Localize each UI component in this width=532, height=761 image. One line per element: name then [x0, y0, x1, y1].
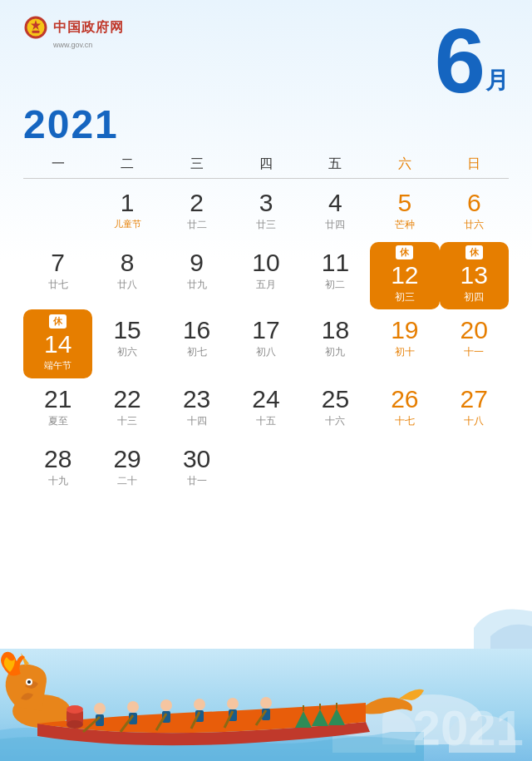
day-cell-empty-5: [440, 438, 509, 498]
day-cell-17: 17 初八: [231, 309, 300, 378]
day-cell-26: 26 十七: [370, 378, 439, 438]
day-num-30: 30: [183, 445, 210, 472]
day-lunar-27: 十八: [464, 414, 484, 428]
svg-point-6: [27, 680, 31, 684]
day-cell-16: 16 初七: [162, 309, 231, 378]
day-cell-22: 22 十三: [92, 378, 161, 438]
day-lunar-19: 初十: [395, 345, 415, 359]
day-header-fri: 五: [301, 156, 370, 173]
day-header-wed: 三: [162, 156, 231, 173]
logo-row: 中国政府网: [23, 15, 124, 40]
day-cell-27: 27 十八: [440, 378, 509, 438]
day-lunar-15: 初六: [117, 345, 137, 359]
day-num-15: 15: [113, 316, 140, 343]
day-num-3: 3: [259, 189, 273, 216]
day-lunar-16: 初七: [187, 345, 207, 359]
day-num-22: 22: [113, 385, 140, 413]
day-lunar-21: 夏至: [48, 414, 68, 428]
day-lunar-1: 儿童节: [114, 218, 141, 230]
holiday-badge-14: 休: [49, 314, 66, 329]
day-num-12: 12: [391, 261, 418, 289]
day-lunar-18: 初九: [325, 345, 345, 359]
day-lunar-14: 端午节: [44, 359, 71, 372]
day-cell-25: 25 十六: [301, 378, 370, 438]
holiday-badge-12: 休: [396, 245, 413, 259]
day-num-9: 9: [190, 249, 204, 276]
day-lunar-3: 廿三: [256, 218, 276, 232]
day-num-16: 16: [183, 316, 210, 343]
day-cell-10: 10 五月: [231, 242, 300, 309]
day-lunar-24: 十五: [256, 414, 276, 428]
year-large-bg: 2021: [413, 699, 524, 757]
day-num-17: 17: [252, 316, 279, 343]
day-num-10: 10: [252, 249, 279, 276]
svg-point-26: [66, 705, 83, 714]
day-num-4: 4: [328, 189, 342, 216]
day-cell-18: 18 初九: [301, 309, 370, 378]
day-cell-24: 24 十五: [231, 378, 300, 438]
day-cell-8: 8 廿八: [92, 242, 161, 309]
day-num-1: 1: [121, 189, 135, 216]
day-cell-empty-2: [231, 438, 300, 498]
svg-point-7: [94, 703, 106, 714]
svg-point-13: [194, 699, 205, 710]
day-cell-12: 休 12 初三: [370, 242, 439, 309]
day-lunar-29: 二十: [117, 474, 137, 488]
day-lunar-9: 廿九: [187, 278, 207, 292]
calendar-container: 中国政府网 www.gov.cn 6 月 2021 一 二 三 四 五 六 日 …: [0, 0, 532, 649]
day-num-5: 5: [398, 189, 412, 216]
day-cell-empty-4: [370, 438, 439, 498]
day-num-11: 11: [322, 249, 349, 276]
svg-point-27: [66, 720, 83, 729]
day-cell-29: 29 二十: [92, 438, 161, 498]
header: 中国政府网 www.gov.cn 6 月: [23, 15, 509, 106]
dragon-boat-svg: [0, 649, 424, 761]
day-cell-4: 4 廿四: [301, 182, 370, 242]
day-cell-1: 1 儿童节: [92, 182, 161, 242]
day-cell-5: 5 芒种: [370, 182, 439, 242]
day-lunar-30: 廿一: [187, 474, 207, 488]
day-cell-6: 6 廿六: [440, 182, 509, 242]
day-cell-21: 21 夏至: [23, 378, 92, 438]
day-num-24: 24: [252, 385, 279, 413]
day-cell-23: 23 十四: [162, 378, 231, 438]
day-num-20: 20: [461, 316, 488, 343]
day-lunar-4: 廿四: [325, 218, 345, 232]
day-num-23: 23: [183, 385, 210, 413]
day-lunar-28: 十九: [48, 474, 68, 488]
day-cell-20: 20 十一: [440, 309, 509, 378]
day-lunar-22: 十三: [117, 414, 137, 428]
day-lunar-8: 廿八: [117, 278, 137, 292]
day-cell-11: 11 初二: [301, 242, 370, 309]
day-cell-30: 30 廿一: [162, 438, 231, 498]
logo-text: 中国政府网: [53, 19, 124, 37]
day-cell-13: 休 13 初四: [440, 242, 509, 309]
day-headers: 一 二 三 四 五 六 日: [23, 156, 509, 179]
day-num-6: 6: [467, 189, 481, 216]
scroll-decoration: [474, 603, 532, 649]
day-cell-empty-1: [23, 182, 92, 242]
svg-point-17: [260, 697, 272, 709]
month-number: 6: [435, 15, 482, 106]
day-num-8: 8: [121, 249, 135, 276]
day-num-27: 27: [461, 385, 488, 413]
day-num-2: 2: [190, 189, 204, 216]
day-cell-19: 19 初十: [370, 309, 439, 378]
day-lunar-5: 芒种: [395, 218, 415, 232]
day-num-26: 26: [391, 385, 418, 413]
day-header-mon: 一: [23, 156, 92, 173]
day-num-25: 25: [322, 385, 349, 413]
day-cell-28: 28 十九: [23, 438, 92, 498]
day-lunar-12: 初三: [395, 290, 415, 304]
day-cell-7: 7 廿七: [23, 242, 92, 309]
holiday-badge-13: 休: [466, 245, 483, 259]
day-header-sun: 日: [440, 156, 509, 173]
day-num-19: 19: [391, 316, 418, 343]
day-cell-3: 3 廿三: [231, 182, 300, 242]
day-num-14: 14: [44, 330, 71, 358]
day-header-tue: 二: [92, 156, 161, 173]
day-header-thu: 四: [231, 156, 300, 173]
day-cell-15: 15 初六: [92, 309, 161, 378]
svg-rect-3: [32, 31, 40, 33]
day-lunar-11: 初二: [325, 278, 345, 292]
